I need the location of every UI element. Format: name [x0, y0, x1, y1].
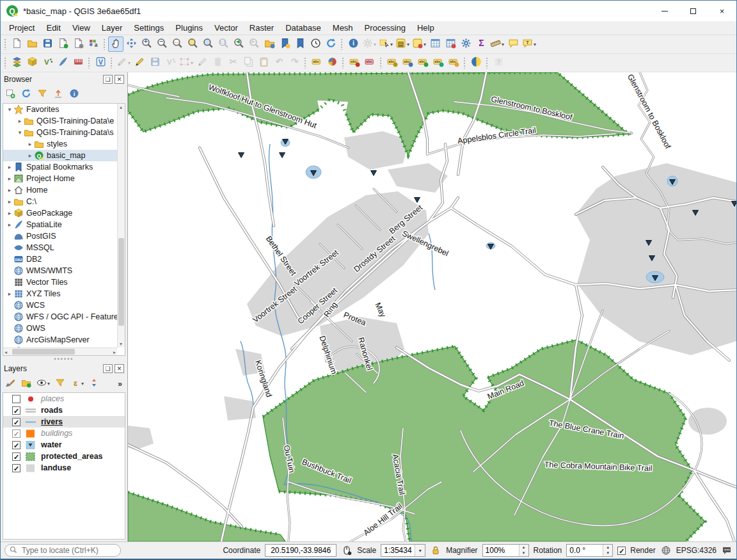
pin-unpin-labels-button[interactable]: abc	[347, 55, 362, 70]
toggle-editing-button[interactable]	[132, 55, 147, 70]
dropdown-arrow-icon[interactable]: ▾	[534, 42, 536, 47]
browser-horizontal-scrollbar[interactable]: ◂ ▸	[3, 348, 117, 355]
add-group-button[interactable]	[19, 377, 33, 391]
zoom-to-layer-button[interactable]	[200, 36, 216, 52]
browser-item-wfs-ogc-api-feature[interactable]: WFS / OGC API - Feature	[3, 311, 117, 323]
filter-legend-button[interactable]	[53, 377, 67, 391]
show-spatial-bookmarks-button[interactable]	[277, 36, 292, 52]
show-statistics-button[interactable]: Σ	[473, 36, 489, 52]
python-console-button[interactable]	[468, 55, 484, 70]
collapse-all-button[interactable]	[51, 88, 65, 102]
new-spatialite-layer-button[interactable]	[55, 55, 70, 70]
magnifier-input[interactable]	[483, 546, 519, 555]
dropdown-arrow-icon[interactable]: ▾	[424, 42, 426, 47]
browser-item-spatial-bookmarks[interactable]: ▸Spatial Bookmarks	[3, 161, 117, 173]
coordinate-input[interactable]	[265, 544, 337, 557]
toolbar-grip[interactable]	[103, 38, 106, 50]
browser-item-mssql[interactable]: MSSQL	[3, 242, 117, 253]
browser-item-c-[interactable]: ▸C:\	[3, 196, 117, 207]
new-temporary-scratch-layer-button[interactable]	[70, 55, 86, 70]
layer-checkbox-places[interactable]	[12, 395, 20, 403]
layer-checkbox-water[interactable]: ✓	[12, 441, 20, 449]
layer-checkbox-rivers[interactable]: ✓	[12, 418, 20, 426]
rotation-up-icon[interactable]: ▲	[603, 545, 612, 550]
save-project-button[interactable]	[40, 36, 55, 52]
browser-item-xyz-tiles[interactable]: ▸XYZ Tiles	[3, 288, 117, 300]
layer-item-roads[interactable]: ✓roads	[3, 404, 125, 416]
menu-mesh[interactable]: Mesh	[327, 22, 359, 34]
edit-label-properties-button[interactable]: abc	[446, 55, 461, 70]
browser-item-geopackage[interactable]: ▸GeoPackage	[3, 207, 117, 219]
menu-edit[interactable]: Edit	[40, 22, 66, 34]
layers-float-button[interactable]: ❏	[103, 364, 113, 373]
toolbar-grip[interactable]	[342, 57, 345, 68]
expander-icon[interactable]: ▸	[16, 118, 24, 124]
minimize-button[interactable]	[650, 1, 679, 21]
toolbar-grip[interactable]	[379, 57, 383, 68]
toolbar-grip[interactable]	[340, 38, 344, 50]
text-annotation-button[interactable]: T▾	[521, 36, 537, 52]
dropdown-arrow-icon[interactable]: ▾	[374, 42, 376, 47]
menu-help[interactable]: Help	[411, 22, 440, 34]
expander-icon[interactable]: ▸	[6, 175, 13, 182]
expander-icon[interactable]: ▸	[6, 291, 13, 297]
layer-item-buildings[interactable]: ✓buildings	[3, 428, 125, 439]
zoom-last-button[interactable]: ◂	[231, 36, 246, 52]
browser-item-home[interactable]: ▸Home	[3, 184, 117, 196]
maximize-button[interactable]	[679, 1, 708, 21]
field-calculator-button[interactable]	[443, 36, 458, 52]
change-label-button[interactable]: abc	[415, 55, 431, 70]
layer-item-rivers[interactable]: ✓rivers	[3, 416, 125, 428]
filter-by-expression-button[interactable]: ε▾	[69, 377, 85, 391]
toolbar-grip[interactable]	[463, 57, 466, 68]
deselect-features-button[interactable]: ▾	[411, 36, 427, 52]
move-label-button[interactable]: abc	[384, 55, 400, 70]
locate-box[interactable]	[4, 544, 121, 557]
show-layout-manager-button[interactable]	[70, 36, 86, 52]
layer-checkbox-landuse[interactable]: ✓	[12, 464, 20, 472]
browser-item-project-home[interactable]: ▸Project Home	[3, 173, 117, 184]
browser-item-arcgismapserver[interactable]: ArcGisMapServer	[3, 334, 117, 346]
menu-vector[interactable]: Vector	[209, 22, 244, 34]
layer-checkbox-buildings[interactable]: ✓	[12, 429, 20, 438]
browser-vertical-scrollbar[interactable]: ▴ ▾	[117, 104, 125, 348]
measure-button[interactable]: ▾	[489, 36, 505, 52]
highlight-pinned-labels-button[interactable]: abc	[362, 55, 377, 70]
magnifier-spinbox[interactable]: ▲▼	[482, 544, 529, 557]
scale-input[interactable]	[381, 546, 415, 555]
menu-database[interactable]: Database	[280, 22, 327, 34]
menu-project[interactable]: Project	[3, 22, 40, 34]
magnifier-down-icon[interactable]: ▼	[519, 550, 528, 556]
locate-input[interactable]	[20, 545, 110, 556]
zoom-full-button[interactable]: ↔	[170, 36, 185, 52]
add-selected-layers-button[interactable]	[3, 88, 17, 102]
toolbar-grip[interactable]	[486, 57, 489, 68]
map-canvas[interactable]: Wolfkloof Hut to Glenstroom HutGlenstroo…	[128, 72, 736, 541]
rotation-input[interactable]	[567, 546, 603, 555]
menu-view[interactable]: View	[67, 22, 96, 34]
layer-checkbox-roads[interactable]: ✓	[12, 406, 20, 415]
new-project-button[interactable]	[9, 36, 24, 52]
browser-item-qgis-training-data-e[interactable]: ▸QGIS-Training-Data\e	[3, 115, 117, 127]
toolbar-grip[interactable]	[304, 57, 307, 68]
menu-layer[interactable]: Layer	[96, 22, 129, 34]
show-properties-widget-button[interactable]: i	[67, 88, 81, 102]
dropdown-arrow-icon[interactable]: ▾	[81, 381, 84, 387]
processing-toolbox-button[interactable]	[458, 36, 473, 52]
select-features-by-value-button[interactable]: ▤▾	[394, 36, 411, 52]
browser-item-ows[interactable]: OWS	[3, 323, 117, 334]
expander-icon[interactable]: ▾	[6, 106, 13, 113]
layer-diagram-options-button[interactable]	[324, 55, 340, 70]
rotation-down-icon[interactable]: ▼	[603, 550, 612, 556]
rotation-spinbox[interactable]: ▲▼	[566, 544, 613, 557]
dropdown-arrow-icon[interactable]: ▾	[47, 381, 50, 387]
browser-item-styles[interactable]: ▸styles	[3, 138, 117, 150]
crs-globe-icon[interactable]	[660, 545, 672, 556]
dropdown-arrow-icon[interactable]: ▾	[502, 42, 504, 47]
open-data-source-manager-button[interactable]	[9, 55, 24, 70]
dropdown-arrow-icon[interactable]: ▾	[191, 60, 193, 66]
browser-item-vector-tiles[interactable]: Vector Tiles	[3, 276, 117, 288]
scale-combo[interactable]: ▾	[381, 544, 425, 557]
magnifier-up-icon[interactable]: ▲	[519, 545, 528, 550]
new-virtual-layer-button[interactable]: V	[93, 55, 108, 70]
